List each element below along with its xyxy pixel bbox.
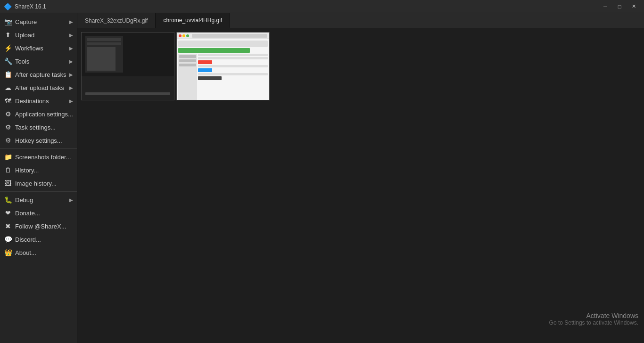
after-capture-arrow: ▶ (69, 72, 73, 77)
content-row4 (198, 73, 268, 75)
menu-item-about[interactable]: 👑About... (0, 246, 77, 259)
debug-arrow: ▶ (69, 197, 73, 203)
history-icon: 🗒 (4, 166, 12, 174)
thumbnail-item-1[interactable] (81, 32, 174, 100)
titlebar-title: ShareX 16.1 (15, 3, 46, 10)
dot-yellow (182, 34, 185, 37)
activate-windows-watermark: Activate Windows Go to Settings to activ… (549, 312, 638, 326)
after-upload-label: After upload tasks (15, 84, 64, 91)
close-button[interactable]: ✕ (627, 0, 640, 13)
debug-icon: 🐛 (4, 196, 12, 204)
workflows-icon: ⚡ (4, 44, 12, 52)
thumb2-content (178, 54, 268, 100)
menu-item-after-capture[interactable]: 📋After capture tasks▶ (0, 68, 77, 81)
menu-item-follow[interactable]: ✖Follow @ShareX... (0, 220, 77, 233)
content-btn-red (198, 60, 212, 64)
upload-icon: ⬆ (4, 31, 12, 39)
tab-tab2[interactable]: chrome_uvviaf4HHg.gif (156, 13, 230, 28)
debug-label: Debug (15, 196, 33, 204)
menu-item-tools[interactable]: 🔧Tools▶ (0, 55, 77, 68)
thumb2-header (177, 33, 269, 39)
menu-item-image-history[interactable]: 🖼Image history... (0, 177, 77, 190)
discord-icon: 💬 (4, 235, 12, 244)
history-label: History... (15, 167, 39, 174)
titlebar: 🔷 ShareX 16.1 ─ □ ✕ (0, 0, 644, 13)
after-upload-arrow: ▶ (69, 85, 73, 90)
tab-tab1[interactable]: ShareX_32exzUDgRx.gif (77, 13, 156, 28)
menu-item-debug[interactable]: 🐛Debug▶ (0, 193, 77, 206)
menu-item-discord[interactable]: 💬Discord... (0, 233, 77, 246)
titlebar-left: 🔷 ShareX 16.1 (4, 3, 46, 10)
after-capture-icon: 📋 (4, 70, 12, 79)
thumb1-img (87, 47, 116, 71)
menu-separator-sep1 (0, 148, 77, 149)
screenshots-folder-icon: 📁 (4, 153, 12, 161)
content-row3 (198, 65, 268, 67)
donate-icon: ❤ (4, 209, 12, 217)
sidebar-row1 (179, 55, 196, 58)
image-history-icon: 🖼 (4, 179, 12, 188)
menu-item-task-settings[interactable]: ⚙Task settings... (0, 121, 77, 134)
dot-red (179, 34, 182, 37)
activate-windows-title: Activate Windows (549, 312, 638, 319)
maximize-button[interactable]: □ (613, 0, 626, 13)
about-icon: 👑 (4, 248, 12, 257)
content-btn-blue (198, 68, 212, 72)
thumb1-inner (85, 36, 123, 73)
capture-label: Capture (15, 18, 37, 25)
menu-separator-sep2 (0, 191, 77, 192)
left-menu: 📷Capture▶⬆Upload▶⚡Workflows▶🔧Tools▶📋Afte… (0, 13, 77, 343)
main-window: 📷Capture▶⬆Upload▶⚡Workflows▶🔧Tools▶📋Afte… (0, 13, 644, 343)
workflows-arrow: ▶ (69, 46, 73, 51)
hotkey-settings-icon: ⚙ (4, 136, 12, 145)
app-icon: 🔷 (4, 3, 12, 10)
thumb1-row1 (87, 38, 121, 41)
menu-item-history[interactable]: 🗒History... (0, 163, 77, 177)
menu-item-destinations[interactable]: 🗺Destinations▶ (0, 94, 77, 107)
thumb2-nav (178, 41, 268, 47)
content-area: ShareX_32exzUDgRx.gifchrome_uvviaf4HHg.g… (77, 13, 644, 343)
content-row2 (198, 57, 268, 59)
menu-item-donate[interactable]: ❤Donate... (0, 206, 77, 220)
task-settings-icon: ⚙ (4, 123, 12, 131)
sidebar-row3 (179, 64, 196, 66)
tab-bar: ShareX_32exzUDgRx.gifchrome_uvviaf4HHg.g… (77, 13, 644, 28)
upload-label: Upload (15, 32, 34, 39)
destinations-arrow: ▶ (69, 98, 73, 104)
screenshots-folder-label: Screenshots folder... (15, 154, 71, 161)
hotkey-settings-label: Hotkey settings... (15, 137, 62, 144)
about-label: About... (15, 249, 36, 256)
discord-label: Discord... (15, 236, 41, 243)
content-row1 (198, 54, 268, 56)
menu-item-workflows[interactable]: ⚡Workflows▶ (0, 41, 77, 55)
destinations-label: Destinations (15, 98, 49, 105)
sidebar-row2 (179, 59, 196, 62)
thumbnail-image-1 (81, 32, 174, 100)
url-bar (192, 34, 267, 38)
workflows-label: Workflows (15, 45, 43, 52)
dot-green (186, 34, 189, 37)
app-settings-label: Application settings... (15, 111, 73, 118)
task-settings-label: Task settings... (15, 124, 56, 131)
thumbnail-item-2[interactable] (176, 32, 270, 100)
menu-item-hotkey-settings[interactable]: ⚙Hotkey settings... (0, 134, 77, 147)
donate-label: Donate... (15, 210, 40, 217)
titlebar-controls: ─ □ ✕ (599, 0, 640, 13)
upload-arrow: ▶ (69, 33, 73, 38)
minimize-button[interactable]: ─ (599, 0, 612, 13)
progress-bar (178, 48, 250, 53)
menu-item-app-settings[interactable]: ⚙Application settings... (0, 107, 77, 121)
follow-label: Follow @ShareX... (15, 223, 66, 230)
capture-icon: 📷 (4, 17, 12, 26)
menu-item-capture[interactable]: 📷Capture▶ (0, 15, 77, 28)
content-dark-row (198, 76, 222, 80)
thumbnail-area (77, 28, 644, 104)
menu-item-screenshots-folder[interactable]: 📁Screenshots folder... (0, 150, 77, 163)
menu-item-after-upload[interactable]: ☁After upload tasks▶ (0, 81, 77, 94)
thumb1-row2 (87, 42, 121, 45)
thumb2-body (177, 39, 269, 100)
thumb2-main-content (198, 54, 268, 100)
menu-item-upload[interactable]: ⬆Upload▶ (0, 28, 77, 41)
after-upload-icon: ☁ (4, 83, 12, 92)
thumbnail-image-2 (176, 32, 270, 100)
